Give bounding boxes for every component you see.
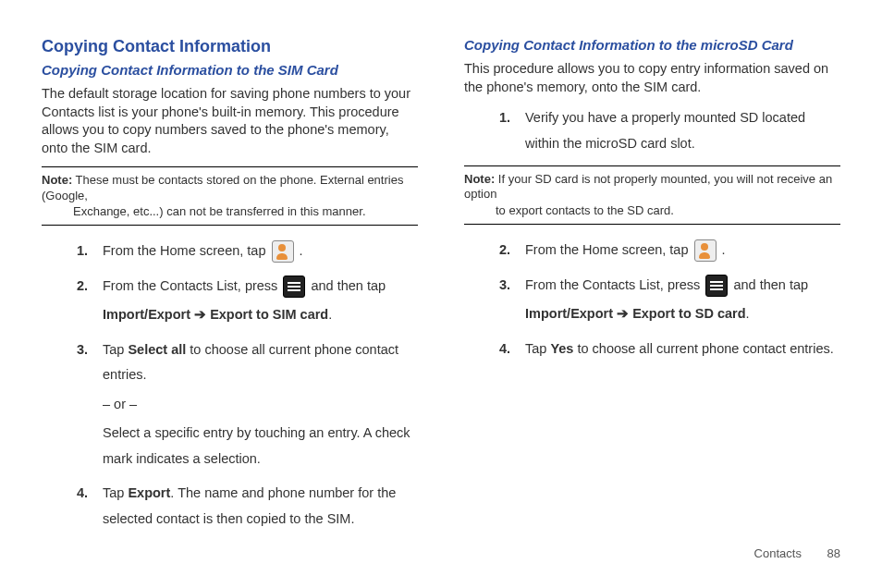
text: and then tap [307,278,386,293]
step-4: 4. Tap Export. The name and phone number… [42,481,418,535]
step-body: From the Contacts List, press and then t… [525,273,840,331]
step-number: 3. [42,337,103,363]
or-separator: – or – [103,392,418,418]
step-body: From the Home screen, tap . [525,238,840,267]
page-footer: Contacts 88 [754,546,840,560]
step-number: 1. [42,239,103,264]
step-3: 3. From the Contacts List, press and the… [464,273,840,331]
footer-section: Contacts [754,546,802,560]
step-4: 4. Tap Yes to choose all current phone c… [464,337,840,366]
intro-paragraph: The default storage location for saving … [42,85,418,157]
step-2: 2. From the Home screen, tap . [464,238,840,267]
step-2: 2. From the Contacts List, press and the… [42,274,418,332]
step-body: Tap Select all to choose all current pho… [103,337,418,476]
step-number: 2. [42,274,103,300]
bold-text: Import/Export [525,306,613,321]
step-number: 4. [42,481,103,507]
text: Select a specific entry by touching an e… [103,421,418,472]
section-heading: Copying Contact Information [42,37,418,56]
note-label: Note: [464,172,495,186]
text: Verify you have a properly mounted SD lo… [525,105,840,156]
note-text-line2: Exchange, etc...) can not be transferred… [42,204,418,219]
arrow-icon: ➔ [613,306,632,321]
step-3: 3. Tap Select all to choose all current … [42,337,418,476]
intro-paragraph: This procedure allows you to copy entry … [464,60,840,96]
text: . [718,242,726,257]
text: From the Contacts List, press [103,278,281,293]
note-text-line2: to export contacts to the SD card. [464,203,840,218]
step-body: Verify you have a properly mounted SD lo… [525,105,840,160]
step-body: Tap Export. The name and phone number fo… [103,481,418,535]
step-number: 4. [464,337,525,362]
note-block: Note: If your SD card is not properly mo… [464,165,840,225]
bold-text: Select all [128,342,186,357]
sub-heading-sd: Copying Contact Information to the micro… [464,37,840,53]
step-body: From the Home screen, tap . [103,239,418,268]
text: Tap [103,485,128,500]
step-number: 3. [464,273,525,299]
step-number: 1. [464,105,525,131]
menu-icon [283,276,305,298]
text: Tap [103,342,128,357]
page-content: Copying Contact Information Copying Cont… [0,0,882,518]
step-list: 1. Verify you have a properly mounted SD… [464,105,840,160]
note-label: Note: [42,173,72,187]
sub-heading-sim: Copying Contact Information to the SIM C… [42,62,418,78]
text: From the Contacts List, press [525,277,704,292]
text: From the Home screen, tap [525,242,692,257]
bold-text: Export [128,485,170,500]
page-number: 88 [827,546,840,560]
step-list: 1. From the Home screen, tap . 2. From t… [42,239,418,535]
bold-text: Export to SD card [632,306,745,321]
step-number: 2. [464,238,525,263]
bold-text: Export to SIM card [210,307,328,322]
contacts-icon [694,239,717,262]
arrow-icon: ➔ [190,307,210,322]
bold-text: Import/Export [103,307,190,322]
left-column: Copying Contact Information Copying Cont… [42,37,418,499]
text: . [746,306,750,321]
note-text-line1: These must be contacts stored on the pho… [42,173,403,202]
text: to choose all current phone contact entr… [573,341,833,356]
text: . [328,307,332,322]
text: . [296,243,303,258]
right-column: Copying Contact Information to the micro… [464,37,840,499]
step-body: From the Contacts List, press and then t… [103,274,418,332]
step-body: Tap Yes to choose all current phone cont… [525,337,840,366]
text: and then tap [729,277,808,292]
step-1: 1. From the Home screen, tap . [42,239,418,268]
note-block: Note: These must be contacts stored on t… [42,166,418,226]
menu-icon [705,275,728,297]
step-1: 1. Verify you have a properly mounted SD… [464,105,840,160]
step-list: 2. From the Home screen, tap . 3. From t… [464,238,840,365]
bold-text: Yes [550,341,573,356]
text: From the Home screen, tap [103,243,270,258]
note-text-line1: If your SD card is not properly mounted,… [464,172,832,201]
text: Tap [525,341,550,356]
contacts-icon [272,240,294,263]
